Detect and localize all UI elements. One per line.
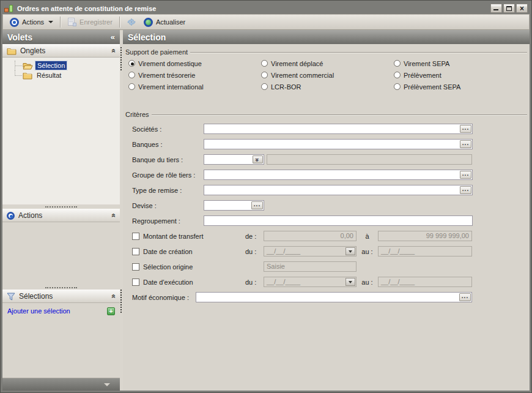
collapse-selections-icon[interactable]: » <box>109 294 118 299</box>
sidebar-splitter-handle[interactable] <box>2 285 120 290</box>
radio-virement-domestique[interactable]: Virement domestique <box>128 58 261 69</box>
section-actions-header[interactable]: Actions » <box>2 209 120 222</box>
radio-label: Virement trésorerie <box>138 72 195 79</box>
radio-circle <box>261 72 268 78</box>
banques-field[interactable]: ... <box>204 139 473 149</box>
date-execution-label: Date d'exécution <box>143 279 193 286</box>
maximize-icon <box>506 6 512 11</box>
motif-browse-button[interactable]: ... <box>459 293 471 301</box>
selection-origine-label: Sélection origine <box>143 263 193 271</box>
type-remise-browse-button[interactable]: ... <box>460 186 471 194</box>
close-button[interactable]: × <box>516 4 528 13</box>
montant-a-label: à <box>357 233 378 240</box>
refresh-button[interactable]: Actualiser <box>140 17 189 28</box>
regroupement-label: Regroupement : <box>132 217 204 225</box>
radio-prelevement-sepa[interactable]: Prélèvement SEPA <box>394 81 530 92</box>
devise-browse-button[interactable]: ... <box>251 201 263 209</box>
banque-tiers-combo[interactable]: » <box>204 154 264 165</box>
application-window: Ordres en attente de constitution de rem… <box>0 0 532 393</box>
refresh-button-label: Actualiser <box>156 18 185 26</box>
banques-browse-button[interactable]: ... <box>460 140 471 148</box>
radio-virement-deplace[interactable]: Virement déplacé <box>261 58 394 69</box>
resize-grip <box>120 290 122 313</box>
motif-row: Motif économique : ... <box>132 292 530 302</box>
radio-label: Virement international <box>138 83 204 91</box>
minimize-button[interactable] <box>490 4 502 13</box>
group-divider <box>152 114 527 116</box>
filter-icon <box>7 293 15 301</box>
sidebar-title: Volets <box>7 32 32 42</box>
date-execution-du-dropdown-button[interactable] <box>345 278 355 286</box>
actions-menu-button[interactable]: Actions <box>6 17 57 28</box>
section-selections-label: Sélections <box>19 292 108 301</box>
date-creation-du-field-disabled: __/__/____ <box>264 246 357 256</box>
tree-connector <box>15 70 22 76</box>
tree-item-label-selection: Sélection <box>35 61 67 70</box>
type-remise-field[interactable]: ... <box>204 185 473 195</box>
sidebar-splitter-handle[interactable] <box>2 204 120 209</box>
maximize-button[interactable] <box>503 4 515 13</box>
radio-label: Virement déplacé <box>271 60 323 67</box>
selection-origine-checkbox[interactable] <box>132 263 139 271</box>
radio-virement-commercial[interactable]: Virement commercial <box>261 69 394 81</box>
montant-a-field-disabled: 99 999 999,00 <box>378 231 472 241</box>
collapse-actions-icon[interactable]: » <box>109 214 118 218</box>
societes-field[interactable]: ... <box>204 124 473 134</box>
save-button[interactable]: Enregistrer <box>64 17 116 28</box>
montant-a-value: 99 999 999,00 <box>426 232 469 239</box>
date-creation-label: Date de création <box>143 248 193 255</box>
regroupement-field[interactable] <box>204 215 473 226</box>
date-creation-checkbox[interactable] <box>132 248 139 255</box>
radio-virement-sepa[interactable]: Virement SEPA <box>394 58 530 69</box>
radio-circle <box>128 72 135 78</box>
groupe-role-tiers-field[interactable]: ... <box>204 170 473 180</box>
banque-tiers-field-disabled <box>267 154 472 165</box>
titlebar: Ordres en attente de constitution de rem… <box>2 2 530 14</box>
tree-item-label-resultat: Résultat <box>35 71 63 80</box>
societes-browse-button[interactable]: ... <box>460 125 471 133</box>
add-selection-button[interactable]: + <box>107 307 115 315</box>
onglets-tree: Sélection Résultat <box>2 58 120 204</box>
group-divider <box>190 52 527 53</box>
radio-circle <box>394 60 401 67</box>
chevron-down-icon <box>349 281 352 283</box>
app-body: Volets « Onglets » <box>2 30 530 391</box>
date-execution-checkbox[interactable] <box>132 279 139 286</box>
panel-resize-handle[interactable] <box>120 30 123 391</box>
groupe-role-tiers-browse-button[interactable]: ... <box>460 171 471 179</box>
date-execution-du-field-disabled: __/__/____ <box>264 277 357 287</box>
selection-origine-field-disabled: Saisie <box>264 261 357 272</box>
chevron-down-icon: » <box>254 157 262 161</box>
date-creation-du-dropdown-button[interactable] <box>345 247 355 255</box>
motif-field[interactable]: ... <box>196 292 472 302</box>
collapse-onglets-icon[interactable]: » <box>109 49 118 53</box>
type-remise-label: Type de remise : <box>132 187 204 194</box>
date-creation-du-label: du : <box>245 248 262 255</box>
banque-tiers-expand-button[interactable]: » <box>253 155 263 163</box>
section-onglets-header[interactable]: Onglets » <box>2 44 120 58</box>
devise-field[interactable]: ... <box>204 200 264 211</box>
section-actions-label: Actions <box>18 211 108 220</box>
refresh-icon <box>144 18 153 27</box>
radio-prelevement[interactable]: Prélèvement <box>394 69 530 81</box>
footer-dropdown-icon[interactable] <box>104 383 110 386</box>
radio-virement-tresorerie[interactable]: Virement trésorerie <box>128 69 261 81</box>
section-selections-header[interactable]: Sélections » <box>2 290 120 303</box>
sidebar-spacer <box>2 319 120 378</box>
save-icon <box>67 18 76 26</box>
sync-arrows-icon <box>127 18 136 26</box>
radio-circle <box>128 60 135 67</box>
collapse-sidebar-button[interactable]: « <box>111 32 115 42</box>
radio-lcr-bor[interactable]: LCR-BOR <box>261 81 394 92</box>
montant-de-field-disabled: 0,00 <box>264 231 357 241</box>
radio-label: Prélèvement <box>404 72 441 79</box>
montant-de-label: de : <box>245 233 262 240</box>
tree-item-resultat[interactable]: Résultat <box>15 70 120 80</box>
devise-row: Devise : ... <box>132 200 530 211</box>
sync-button[interactable] <box>123 17 140 28</box>
radio-virement-international[interactable]: Virement international <box>128 81 261 92</box>
radio-label: Prélèvement SEPA <box>404 83 460 91</box>
add-selection-link[interactable]: Ajouter une sélection <box>7 307 107 315</box>
tree-item-selection[interactable]: Sélection <box>15 61 120 70</box>
montant-checkbox[interactable] <box>132 233 139 240</box>
